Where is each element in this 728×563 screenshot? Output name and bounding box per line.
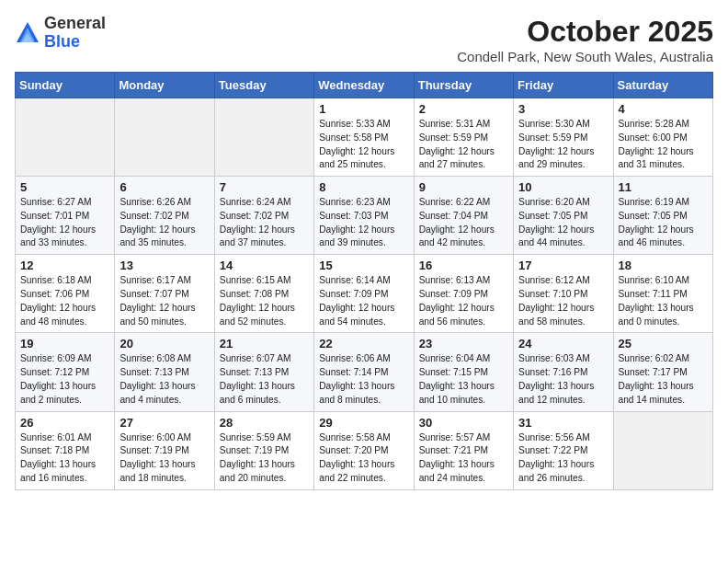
calendar-cell: 23Sunrise: 6:04 AM Sunset: 7:15 PM Dayli… — [414, 333, 513, 411]
calendar-cell: 10Sunrise: 6:20 AM Sunset: 7:05 PM Dayli… — [514, 177, 613, 255]
weekday-header-saturday: Saturday — [613, 73, 712, 98]
calendar-cell: 24Sunrise: 6:03 AM Sunset: 7:16 PM Dayli… — [514, 333, 613, 411]
cell-content: Sunrise: 6:22 AM Sunset: 7:04 PM Dayligh… — [419, 196, 508, 250]
calendar-week-3: 12Sunrise: 6:18 AM Sunset: 7:06 PM Dayli… — [16, 255, 713, 333]
cell-content: Sunrise: 6:10 AM Sunset: 7:11 PM Dayligh… — [619, 274, 708, 328]
calendar-cell — [613, 411, 712, 489]
day-number: 30 — [419, 416, 508, 430]
day-number: 14 — [220, 259, 309, 272]
weekday-header-tuesday: Tuesday — [214, 73, 313, 98]
calendar-cell: 31Sunrise: 5:56 AM Sunset: 7:22 PM Dayli… — [514, 411, 613, 489]
day-number: 16 — [419, 259, 508, 272]
calendar-cell: 16Sunrise: 6:13 AM Sunset: 7:09 PM Dayli… — [414, 255, 513, 333]
day-number: 19 — [20, 337, 109, 350]
calendar-cell: 5Sunrise: 6:27 AM Sunset: 7:01 PM Daylig… — [16, 177, 115, 255]
day-number: 25 — [619, 337, 708, 350]
calendar-week-1: 1Sunrise: 5:33 AM Sunset: 5:58 PM Daylig… — [16, 98, 713, 177]
day-number: 28 — [220, 416, 309, 430]
calendar-cell: 6Sunrise: 6:26 AM Sunset: 7:02 PM Daylig… — [115, 177, 214, 255]
calendar-cell: 25Sunrise: 6:02 AM Sunset: 7:17 PM Dayli… — [613, 333, 712, 411]
day-number: 22 — [319, 337, 408, 350]
day-number: 5 — [20, 180, 109, 194]
day-number: 15 — [319, 259, 408, 272]
cell-content: Sunrise: 6:13 AM Sunset: 7:09 PM Dayligh… — [419, 274, 508, 328]
calendar-cell: 9Sunrise: 6:22 AM Sunset: 7:04 PM Daylig… — [414, 177, 513, 255]
calendar-cell: 1Sunrise: 5:33 AM Sunset: 5:58 PM Daylig… — [314, 98, 414, 177]
day-number: 21 — [220, 337, 309, 350]
weekday-header-monday: Monday — [115, 73, 214, 98]
calendar-cell: 26Sunrise: 6:01 AM Sunset: 7:18 PM Dayli… — [16, 411, 115, 489]
calendar-cell: 29Sunrise: 5:58 AM Sunset: 7:20 PM Dayli… — [314, 411, 414, 489]
calendar-cell: 8Sunrise: 6:23 AM Sunset: 7:03 PM Daylig… — [314, 177, 414, 255]
title-area: October 2025 Condell Park, New South Wal… — [457, 15, 713, 64]
day-number: 20 — [119, 337, 209, 350]
logo: General Blue — [15, 15, 106, 52]
calendar-cell: 11Sunrise: 6:19 AM Sunset: 7:05 PM Dayli… — [613, 177, 712, 255]
day-number: 12 — [20, 259, 109, 272]
weekday-header-sunday: Sunday — [16, 73, 115, 98]
cell-content: Sunrise: 5:28 AM Sunset: 6:00 PM Dayligh… — [619, 118, 708, 172]
cell-content: Sunrise: 6:20 AM Sunset: 7:05 PM Dayligh… — [518, 196, 608, 250]
calendar-cell: 2Sunrise: 5:31 AM Sunset: 5:59 PM Daylig… — [414, 98, 513, 177]
day-number: 23 — [419, 337, 508, 350]
day-number: 27 — [119, 416, 209, 430]
day-number: 1 — [319, 102, 408, 116]
day-number: 9 — [419, 180, 508, 194]
day-number: 10 — [518, 180, 608, 194]
day-number: 17 — [518, 259, 608, 272]
cell-content: Sunrise: 5:59 AM Sunset: 7:19 PM Dayligh… — [220, 431, 309, 486]
day-number: 7 — [220, 180, 309, 194]
cell-content: Sunrise: 5:30 AM Sunset: 5:59 PM Dayligh… — [518, 118, 608, 172]
cell-content: Sunrise: 5:56 AM Sunset: 7:22 PM Dayligh… — [518, 431, 608, 486]
cell-content: Sunrise: 6:12 AM Sunset: 7:10 PM Dayligh… — [518, 274, 608, 328]
calendar-cell — [214, 98, 313, 177]
cell-content: Sunrise: 5:33 AM Sunset: 5:58 PM Dayligh… — [319, 118, 408, 172]
day-number: 11 — [619, 180, 708, 194]
calendar-cell: 28Sunrise: 5:59 AM Sunset: 7:19 PM Dayli… — [214, 411, 313, 489]
logo-general-text: General — [44, 14, 106, 32]
calendar-cell — [115, 98, 214, 177]
calendar-cell: 22Sunrise: 6:06 AM Sunset: 7:14 PM Dayli… — [314, 333, 414, 411]
weekday-header-wednesday: Wednesday — [314, 73, 414, 98]
cell-content: Sunrise: 6:04 AM Sunset: 7:15 PM Dayligh… — [419, 352, 508, 407]
cell-content: Sunrise: 6:02 AM Sunset: 7:17 PM Dayligh… — [619, 352, 708, 407]
cell-content: Sunrise: 6:23 AM Sunset: 7:03 PM Dayligh… — [319, 196, 408, 250]
calendar-week-5: 26Sunrise: 6:01 AM Sunset: 7:18 PM Dayli… — [16, 411, 713, 489]
day-number: 2 — [419, 102, 508, 116]
calendar-cell: 14Sunrise: 6:15 AM Sunset: 7:08 PM Dayli… — [214, 255, 313, 333]
cell-content: Sunrise: 6:24 AM Sunset: 7:02 PM Dayligh… — [220, 196, 309, 250]
cell-content: Sunrise: 6:07 AM Sunset: 7:13 PM Dayligh… — [220, 352, 309, 407]
calendar: SundayMondayTuesdayWednesdayThursdayFrid… — [15, 72, 713, 490]
weekday-header-friday: Friday — [514, 73, 613, 98]
calendar-cell: 19Sunrise: 6:09 AM Sunset: 7:12 PM Dayli… — [16, 333, 115, 411]
header: General Blue October 2025 Condell Park, … — [15, 15, 713, 64]
day-number: 8 — [319, 180, 408, 194]
cell-content: Sunrise: 5:31 AM Sunset: 5:59 PM Dayligh… — [419, 118, 508, 172]
calendar-cell: 30Sunrise: 5:57 AM Sunset: 7:21 PM Dayli… — [414, 411, 513, 489]
day-number: 18 — [619, 259, 708, 272]
calendar-cell: 12Sunrise: 6:18 AM Sunset: 7:06 PM Dayli… — [16, 255, 115, 333]
calendar-week-2: 5Sunrise: 6:27 AM Sunset: 7:01 PM Daylig… — [16, 177, 713, 255]
month-title: October 2025 — [457, 15, 713, 49]
calendar-cell: 13Sunrise: 6:17 AM Sunset: 7:07 PM Dayli… — [115, 255, 214, 333]
day-number: 26 — [20, 416, 109, 430]
cell-content: Sunrise: 6:03 AM Sunset: 7:16 PM Dayligh… — [518, 352, 608, 407]
cell-content: Sunrise: 5:58 AM Sunset: 7:20 PM Dayligh… — [319, 431, 408, 486]
calendar-cell: 20Sunrise: 6:08 AM Sunset: 7:13 PM Dayli… — [115, 333, 214, 411]
logo-blue-text: Blue — [44, 32, 80, 51]
cell-content: Sunrise: 6:17 AM Sunset: 7:07 PM Dayligh… — [119, 274, 209, 328]
day-number: 3 — [518, 102, 608, 116]
cell-content: Sunrise: 6:06 AM Sunset: 7:14 PM Dayligh… — [319, 352, 408, 407]
day-number: 24 — [518, 337, 608, 350]
location-title: Condell Park, New South Wales, Australia — [457, 49, 713, 64]
cell-content: Sunrise: 6:09 AM Sunset: 7:12 PM Dayligh… — [20, 352, 109, 407]
calendar-cell: 15Sunrise: 6:14 AM Sunset: 7:09 PM Dayli… — [314, 255, 414, 333]
cell-content: Sunrise: 6:19 AM Sunset: 7:05 PM Dayligh… — [619, 196, 708, 250]
calendar-cell: 27Sunrise: 6:00 AM Sunset: 7:19 PM Dayli… — [115, 411, 214, 489]
cell-content: Sunrise: 6:18 AM Sunset: 7:06 PM Dayligh… — [20, 274, 109, 328]
cell-content: Sunrise: 6:26 AM Sunset: 7:02 PM Dayligh… — [119, 196, 209, 250]
weekday-header-thursday: Thursday — [414, 73, 513, 98]
calendar-cell: 18Sunrise: 6:10 AM Sunset: 7:11 PM Dayli… — [613, 255, 712, 333]
logo-icon — [15, 20, 40, 46]
calendar-week-4: 19Sunrise: 6:09 AM Sunset: 7:12 PM Dayli… — [16, 333, 713, 411]
